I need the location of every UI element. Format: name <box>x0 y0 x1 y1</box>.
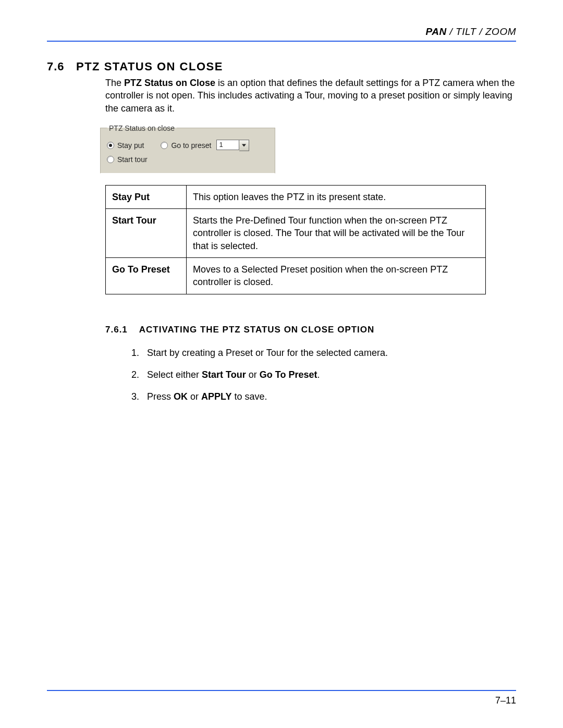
fieldset-legend: PTZ Status on close <box>107 124 177 132</box>
table-row: Start Tour Starts the Pre-Defined Tour f… <box>106 209 486 258</box>
dialog-figure: PTZ Status on close Stay put Go to prese… <box>99 124 516 174</box>
step3-b2: APPLY <box>201 391 231 402</box>
preset-combo-value: 1 <box>216 140 239 150</box>
radio-stay-put-label: Stay put <box>117 141 144 150</box>
header-rule <box>47 41 516 42</box>
document-page: PAN / TILT / ZOOM 7.6 PTZ STATUS ON CLOS… <box>0 0 563 728</box>
radio-stay-put[interactable]: Stay put <box>107 141 144 150</box>
preset-combo-button[interactable] <box>239 140 249 151</box>
footer-rule <box>47 690 516 691</box>
section-title: PTZ STATUS ON CLOSE <box>76 60 223 73</box>
list-item: Press OK or APPLY to save. <box>142 390 516 403</box>
section-heading: 7.6 PTZ STATUS ON CLOSE <box>47 60 516 73</box>
step3-post: to save. <box>231 391 267 402</box>
list-item: Start by creating a Preset or Tour for t… <box>142 347 516 359</box>
ptz-status-fieldset: PTZ Status on close Stay put Go to prese… <box>100 124 275 174</box>
step2-b2: Go To Preset <box>260 369 317 380</box>
radio-dot-icon <box>107 156 114 163</box>
table-key: Stay Put <box>106 185 187 208</box>
subsection-title: ACTIVATING THE PTZ STATUS ON CLOSE OPTIO… <box>139 325 375 335</box>
header-rest: / TILT / ZOOM <box>447 26 516 37</box>
table-key: Go To Preset <box>106 258 187 294</box>
step3-pre: Press <box>147 391 174 402</box>
table-row: Go To Preset Moves to a Selected Preset … <box>106 258 486 294</box>
radio-go-to-preset[interactable]: Go to preset 1 <box>161 140 249 151</box>
step2-pre: Select either <box>147 369 202 380</box>
preset-combo[interactable]: 1 <box>216 140 249 151</box>
header-bold: PAN <box>425 26 446 37</box>
chevron-down-icon <box>242 144 246 147</box>
table-value: Starts the Pre-Defined Tour function whe… <box>187 209 486 258</box>
step1-text: Start by creating a Preset or Tour for t… <box>147 348 388 358</box>
table-row: Stay Put This option leaves the PTZ in i… <box>106 185 486 208</box>
radio-dot-icon <box>107 142 114 149</box>
intro-paragraph: The PTZ Status on Close is an option tha… <box>105 77 516 115</box>
page-footer: 7–11 <box>47 690 516 706</box>
radio-go-to-preset-label: Go to preset <box>171 141 211 150</box>
subsection-heading: 7.6.1 ACTIVATING THE PTZ STATUS ON CLOSE… <box>105 325 516 335</box>
radio-start-tour[interactable]: Start tour <box>107 155 268 164</box>
section-number: 7.6 <box>47 60 76 73</box>
step2-b1: Start Tour <box>202 369 246 380</box>
section-header: PAN / TILT / ZOOM <box>47 26 516 41</box>
list-item: Select either Start Tour or Go To Preset… <box>142 368 516 381</box>
step3-mid: or <box>188 391 201 402</box>
intro-bold: PTZ Status on Close <box>124 78 215 88</box>
step2-post: . <box>317 369 320 380</box>
subsection-number: 7.6.1 <box>105 325 128 335</box>
step2-mid: or <box>246 369 260 380</box>
options-table: Stay Put This option leaves the PTZ in i… <box>105 185 486 294</box>
table-value: This option leaves the PTZ in its presen… <box>187 185 486 208</box>
radio-start-tour-label: Start tour <box>117 155 148 164</box>
page-number: 7–11 <box>47 695 516 706</box>
step3-b1: OK <box>174 391 188 402</box>
table-key: Start Tour <box>106 209 187 258</box>
intro-pre: The <box>105 78 124 88</box>
steps-list: Start by creating a Preset or Tour for t… <box>127 347 516 403</box>
table-value: Moves to a Selected Preset position when… <box>187 258 486 294</box>
radio-dot-icon <box>161 142 168 149</box>
